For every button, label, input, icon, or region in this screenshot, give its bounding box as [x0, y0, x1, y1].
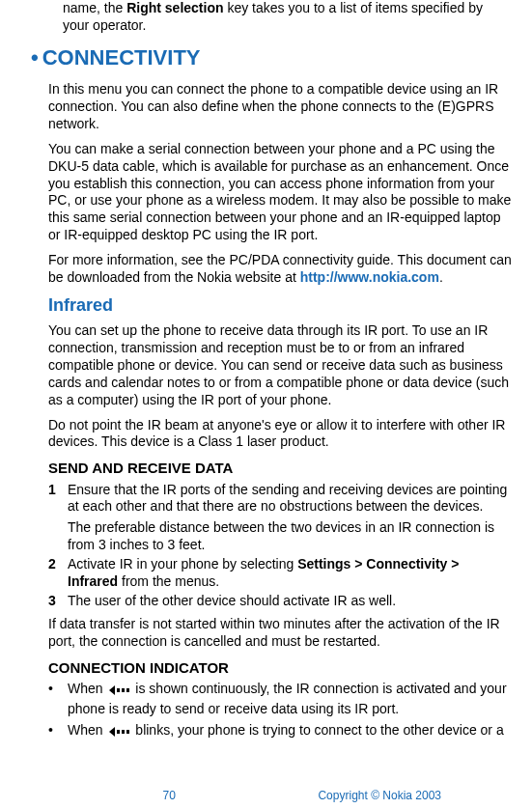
bullet-icon: •	[48, 722, 68, 742]
bullet-icon: •	[48, 681, 68, 718]
indicator-bullet-text: When blinks, your phone is trying to con…	[68, 722, 513, 742]
nokia-link[interactable]: http://www.nokia.com	[300, 269, 439, 285]
svg-rect-3	[126, 688, 129, 692]
copyright-text: Copyright © Nokia 2003	[266, 789, 533, 803]
indicator-bullet-row: • When blinks, your phone is trying to c…	[48, 722, 513, 742]
step-number: 1	[48, 482, 68, 555]
fragment-bold: Right selection	[126, 0, 223, 15]
heading-bullet-icon: •	[31, 45, 39, 70]
svg-rect-2	[122, 688, 125, 692]
ir-icon	[108, 725, 129, 742]
indicator-bullet-row: • When is shown continuously, the IR con…	[48, 681, 513, 718]
connectivity-heading: •CONNECTIVITY	[31, 44, 513, 71]
svg-rect-6	[122, 730, 125, 734]
bullet2-pre: When	[68, 722, 106, 738]
svg-rect-1	[117, 688, 120, 692]
svg-marker-0	[109, 685, 115, 695]
page-footer: 70 Copyright © Nokia 2003	[0, 789, 532, 803]
step2-pre: Activate IR in your phone by selecting	[68, 556, 297, 572]
infrared-para-1: You can set up the phone to receive data…	[48, 322, 513, 409]
step-row: 2 Activate IR in your phone by selecting…	[48, 556, 513, 591]
step-number: 3	[48, 593, 68, 610]
bullet1-post: is shown continuously, the IR connection…	[68, 681, 507, 716]
step-text: Activate IR in your phone by selecting S…	[68, 556, 513, 591]
step-number: 2	[48, 556, 68, 591]
page-number: 70	[0, 789, 266, 803]
connectivity-para-3: For more information, see the PC/PDA con…	[48, 252, 513, 287]
step-text: Ensure that the IR ports of the sending …	[68, 482, 513, 555]
step-row: 1 Ensure that the IR ports of the sendin…	[48, 482, 513, 555]
connectivity-title: CONNECTIVITY	[42, 45, 201, 70]
page-fragment-top: name, the Right selection key takes you …	[48, 0, 513, 35]
step-row: 3 The user of the other device should ac…	[48, 593, 513, 610]
svg-rect-5	[117, 730, 120, 734]
bullet1-pre: When	[68, 681, 106, 696]
step2-post: from the menus.	[118, 573, 219, 589]
p3-post: .	[439, 269, 443, 285]
indicator-bullets: • When is shown continuously, the IR con…	[48, 681, 513, 742]
ir-icon	[108, 683, 129, 701]
svg-marker-4	[109, 727, 115, 737]
infrared-heading: Infrared	[48, 294, 513, 317]
connectivity-para-2: You can make a serial connection between…	[48, 141, 513, 244]
step3-text: The user of the other device should acti…	[68, 593, 513, 610]
indicator-bullet-text: When is shown continuously, the IR conne…	[68, 681, 513, 718]
connection-indicator-heading: CONNECTION INDICATOR	[48, 658, 513, 677]
step1-text: Ensure that the IR ports of the sending …	[68, 482, 507, 515]
connectivity-para-1: In this menu you can connect the phone t…	[48, 81, 513, 133]
fragment-pre: name, the	[63, 0, 126, 15]
step1-sub: The preferable distance between the two …	[68, 519, 513, 554]
send-receive-heading: SEND AND RECEIVE DATA	[48, 459, 513, 477]
infrared-para-2: Do not point the IR beam at anyone's eye…	[48, 417, 513, 452]
send-receive-after: If data transfer is not started within t…	[48, 616, 513, 651]
svg-rect-7	[126, 730, 129, 734]
send-receive-steps: 1 Ensure that the IR ports of the sendin…	[48, 482, 513, 610]
bullet2-post: blinks, your phone is trying to connect …	[131, 722, 503, 738]
